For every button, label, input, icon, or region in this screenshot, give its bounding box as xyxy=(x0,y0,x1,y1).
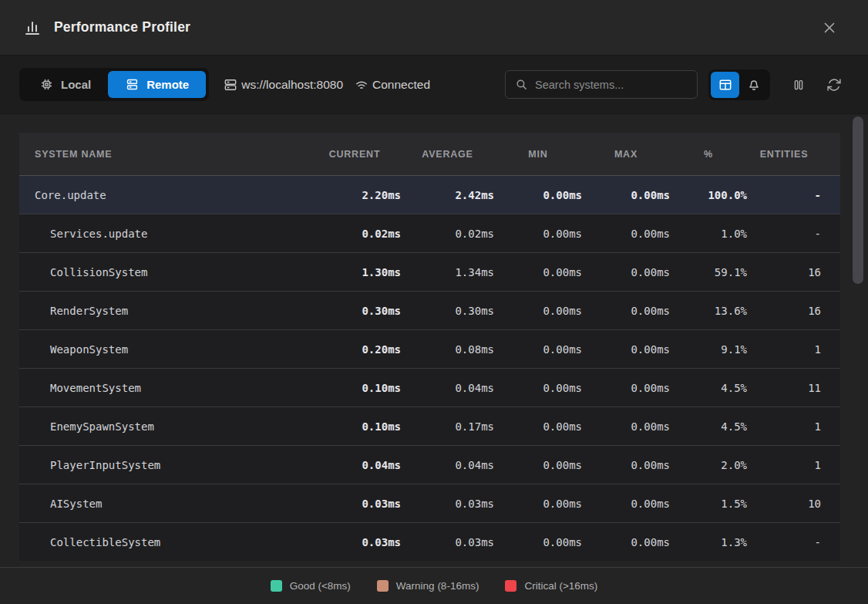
column-header-min[interactable]: MIN xyxy=(494,149,582,160)
refresh-button[interactable] xyxy=(823,73,846,96)
max-cell: 0.00ms xyxy=(582,498,670,510)
table-row[interactable]: WeaponSystem 0.20ms 0.08ms 0.00ms 0.00ms… xyxy=(19,329,840,368)
system-name-cell: WeaponSystem xyxy=(19,343,308,356)
system-name-cell: MovementSystem xyxy=(19,382,308,394)
websocket-endpoint: ws://localhost:8080 xyxy=(223,77,343,93)
average-cell: 0.04ms xyxy=(401,459,494,471)
current-cell: 0.30ms xyxy=(308,305,401,317)
bar-chart-icon xyxy=(23,19,42,37)
current-cell: 1.30ms xyxy=(308,266,401,278)
entities-cell: 16 xyxy=(747,266,840,278)
server-stack-icon xyxy=(125,77,140,92)
column-header-percent[interactable]: % xyxy=(670,149,747,160)
remote-tab-button[interactable]: Remote xyxy=(108,71,206,98)
average-cell: 0.03ms xyxy=(401,536,494,548)
vertical-scrollbar-thumb[interactable] xyxy=(853,116,863,284)
percent-cell: 4.5% xyxy=(670,382,747,394)
average-cell: 0.08ms xyxy=(401,343,494,356)
max-cell: 0.00ms xyxy=(582,382,670,394)
table-row[interactable]: CollisionSystem 1.30ms 1.34ms 0.00ms 0.0… xyxy=(19,252,840,291)
local-tab-label: Local xyxy=(61,78,91,91)
cpu-chip-icon xyxy=(39,77,54,92)
percent-cell: 59.1% xyxy=(670,266,747,278)
legend-item: Warning (8-16ms) xyxy=(377,580,479,592)
legend-label: Good (<8ms) xyxy=(290,580,351,592)
view-toggle-group xyxy=(708,69,770,100)
table-row[interactable]: CollectibleSystem 0.03ms 0.03ms 0.00ms 0… xyxy=(19,522,840,561)
column-header-max[interactable]: MAX xyxy=(582,149,670,160)
titlebar: Performance Profiler xyxy=(0,0,868,56)
system-name-cell: Services.update xyxy=(19,228,308,240)
column-header-current[interactable]: CURRENT xyxy=(308,149,401,160)
min-cell: 0.00ms xyxy=(494,305,582,317)
table-body: Core.update 2.20ms 2.42ms 0.00ms 0.00ms … xyxy=(19,175,840,561)
table-grid-icon xyxy=(718,77,733,93)
search-icon xyxy=(515,78,528,91)
column-header-entities[interactable]: ENTITIES xyxy=(747,149,840,160)
local-tab-button[interactable]: Local xyxy=(22,71,108,98)
table-row[interactable]: RenderSystem 0.30ms 0.30ms 0.00ms 0.00ms… xyxy=(19,291,840,329)
percent-cell: 9.1% xyxy=(670,343,747,356)
average-cell: 0.17ms xyxy=(401,420,494,433)
max-cell: 0.00ms xyxy=(582,343,670,356)
table-view-button[interactable] xyxy=(711,72,739,98)
min-cell: 0.00ms xyxy=(494,420,582,433)
table-row[interactable]: MovementSystem 0.10ms 0.04ms 0.00ms 0.00… xyxy=(19,368,840,407)
close-button[interactable] xyxy=(819,17,840,39)
min-cell: 0.00ms xyxy=(494,459,582,471)
min-cell: 0.00ms xyxy=(494,189,582,201)
average-cell: 1.34ms xyxy=(401,266,494,278)
entities-cell: - xyxy=(747,189,840,201)
system-name-cell: RenderSystem xyxy=(19,305,308,317)
page-title: Performance Profiler xyxy=(54,19,190,35)
entities-cell: 1 xyxy=(747,420,840,433)
server-stack-icon xyxy=(223,77,238,93)
table-row[interactable]: Core.update 2.20ms 2.42ms 0.00ms 0.00ms … xyxy=(19,175,840,214)
average-cell: 0.04ms xyxy=(401,382,494,394)
legend-label: Warning (8-16ms) xyxy=(396,580,479,592)
entities-cell: 16 xyxy=(747,305,840,317)
max-cell: 0.00ms xyxy=(582,420,670,433)
remote-tab-label: Remote xyxy=(146,78,189,91)
column-header-system-name[interactable]: SYSTEM NAME xyxy=(19,149,308,160)
system-name-cell: EnemySpawnSystem xyxy=(19,420,308,433)
entities-cell: - xyxy=(747,228,840,240)
legend-item: Good (<8ms) xyxy=(271,580,351,592)
percent-cell: 4.5% xyxy=(670,420,747,433)
toolbar: Local Remote xyxy=(0,56,868,114)
percent-cell: 2.0% xyxy=(670,459,747,471)
wifi-icon xyxy=(354,77,369,93)
pause-button[interactable] xyxy=(787,73,810,96)
endpoint-url: ws://localhost:8080 xyxy=(241,78,343,92)
max-cell: 0.00ms xyxy=(582,228,670,240)
search-input[interactable] xyxy=(535,79,688,91)
system-name-cell: PlayerInputSystem xyxy=(19,459,308,471)
connection-status-label: Connected xyxy=(372,78,430,92)
current-cell: 2.20ms xyxy=(308,189,401,201)
column-header-average[interactable]: AVERAGE xyxy=(401,149,494,160)
entities-cell: - xyxy=(747,536,840,548)
table-row[interactable]: PlayerInputSystem 0.04ms 0.04ms 0.00ms 0… xyxy=(19,445,840,484)
max-cell: 0.00ms xyxy=(582,266,670,278)
percent-cell: 1.5% xyxy=(670,498,747,510)
source-toggle: Local Remote xyxy=(19,68,209,101)
table-row[interactable]: EnemySpawnSystem 0.10ms 0.17ms 0.00ms 0.… xyxy=(19,407,840,445)
main-content: SYSTEM NAME CURRENT AVERAGE MIN MAX % EN… xyxy=(0,114,868,567)
legend-swatch xyxy=(271,580,282,592)
entities-cell: 1 xyxy=(747,459,840,471)
entities-cell: 1 xyxy=(747,343,840,356)
average-cell: 0.03ms xyxy=(401,498,494,510)
pause-icon xyxy=(791,77,806,93)
max-cell: 0.00ms xyxy=(582,536,670,548)
current-cell: 0.03ms xyxy=(308,498,401,510)
table-row[interactable]: AISystem 0.03ms 0.03ms 0.00ms 0.00ms 1.5… xyxy=(19,484,840,522)
table-row[interactable]: Services.update 0.02ms 0.02ms 0.00ms 0.0… xyxy=(19,214,840,252)
current-cell: 0.10ms xyxy=(308,420,401,433)
connection-status: Connected xyxy=(354,77,430,93)
close-icon xyxy=(821,19,838,36)
alerts-button[interactable] xyxy=(739,72,768,98)
legend-swatch xyxy=(377,580,389,592)
average-cell: 0.02ms xyxy=(401,228,494,240)
average-cell: 2.42ms xyxy=(401,189,494,201)
min-cell: 0.00ms xyxy=(494,382,582,394)
